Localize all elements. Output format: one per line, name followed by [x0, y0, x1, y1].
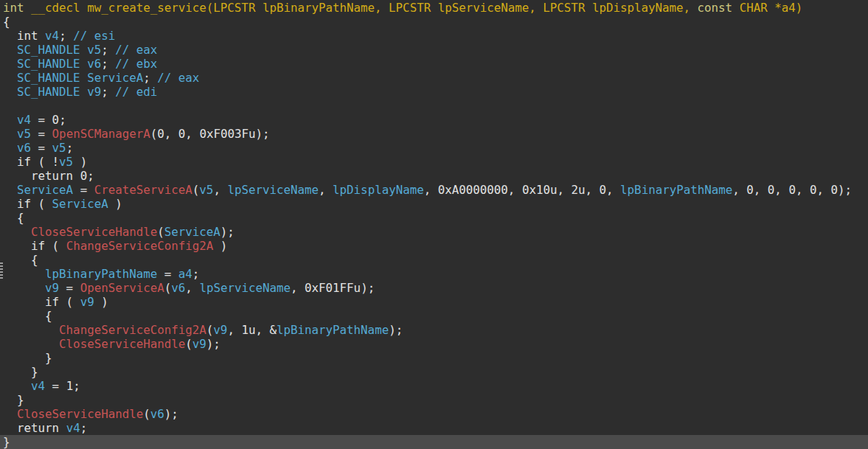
- code-line[interactable]: }: [0, 351, 868, 365]
- code-line[interactable]: }: [0, 393, 868, 407]
- punctuation-token: =: [73, 183, 94, 197]
- code-line[interactable]: ChangeServiceConfig2A(v9, 1u, &lpBinaryP…: [0, 323, 868, 337]
- function-name-token[interactable]: OpenSCManagerA: [52, 127, 150, 141]
- code-line[interactable]: v6 = v5;: [0, 141, 868, 155]
- code-line[interactable]: v4 = 0;: [0, 113, 868, 127]
- code-line[interactable]: CloseServiceHandle(v6);: [0, 407, 868, 421]
- identifier-token[interactable]: ServiceA: [164, 225, 221, 239]
- code-line[interactable]: CloseServiceHandle(v9);: [0, 337, 868, 351]
- code-line[interactable]: SC_HANDLE v5; // eax: [0, 43, 868, 57]
- identifier-token[interactable]: SC_HANDLE v6: [17, 57, 101, 71]
- identifier-token[interactable]: lpBinaryPathName: [620, 183, 732, 197]
- identifier-token[interactable]: lpServiceName: [199, 281, 291, 295]
- pseudocode[interactable]: int __cdecl mw_create_service(LPCSTR lpB…: [0, 1, 868, 449]
- identifier-token[interactable]: ServiceA: [17, 183, 73, 197]
- identifier-token[interactable]: v9: [213, 323, 227, 337]
- identifier-token[interactable]: a4: [178, 267, 192, 281]
- identifier-token[interactable]: lpBinaryPathName: [45, 267, 157, 281]
- punctuation-token: , &: [255, 323, 277, 337]
- function-name-token[interactable]: ChangeServiceConfig2A: [59, 323, 206, 337]
- code-line[interactable]: v9 = OpenServiceA(v6, lpServiceName, 0xF…: [0, 281, 868, 295]
- identifier-token[interactable]: v5: [59, 155, 73, 169]
- identifier-token[interactable]: v5: [199, 183, 213, 197]
- left-edge-dotted-marker-icon: [0, 262, 3, 279]
- identifier-token[interactable]: v4: [17, 113, 31, 127]
- punctuation-token: [3, 113, 17, 127]
- punctuation-token: =: [59, 281, 80, 295]
- punctuation-token: ,: [164, 127, 178, 141]
- keyword-token: return: [31, 169, 73, 183]
- punctuation-token: (: [206, 323, 214, 337]
- punctuation-token: [3, 155, 17, 169]
- identifier-token[interactable]: v9: [45, 281, 59, 295]
- punctuation-token: ): [213, 239, 227, 253]
- identifier-token[interactable]: lpServiceName: [227, 183, 319, 197]
- code-line[interactable]: {: [0, 211, 868, 225]
- code-line[interactable]: {: [0, 309, 868, 323]
- identifier-token[interactable]: v4: [66, 421, 80, 435]
- identifier-token[interactable]: v5: [17, 127, 31, 141]
- punctuation-token: ,: [213, 183, 227, 197]
- function-name-token[interactable]: CloseServiceHandle: [31, 225, 157, 239]
- punctuation-token: {: [3, 309, 52, 323]
- identifier-token[interactable]: SC_HANDLE v5: [17, 43, 101, 57]
- function-name-token[interactable]: CloseServiceHandle: [17, 407, 143, 421]
- punctuation-token: ;: [143, 71, 157, 85]
- code-line[interactable]: }: [0, 365, 868, 379]
- punctuation-token: [3, 197, 17, 211]
- code-line[interactable]: int v4; // esi: [0, 29, 868, 43]
- code-line[interactable]: if ( ServiceA ): [0, 197, 868, 211]
- code-line[interactable]: ServiceA = CreateServiceA(v5, lpServiceN…: [0, 183, 868, 197]
- code-line[interactable]: lpBinaryPathName = a4;: [0, 267, 868, 281]
- code-line[interactable]: [0, 99, 868, 113]
- punctuation-token: (: [45, 239, 66, 253]
- punctuation-token: (: [164, 281, 172, 295]
- punctuation-token: ;: [101, 85, 115, 99]
- identifier-token[interactable]: v9: [192, 337, 206, 351]
- identifier-token[interactable]: v6: [17, 141, 31, 155]
- code-line[interactable]: CloseServiceHandle(ServiceA);: [0, 225, 868, 239]
- code-line[interactable]: v5 = OpenSCManagerA(0, 0, 0xF003Fu);: [0, 127, 868, 141]
- punctuation-token: }: [3, 435, 10, 449]
- code-line[interactable]: return v4;: [0, 421, 868, 435]
- identifier-token[interactable]: ServiceA: [52, 197, 108, 211]
- punctuation-token: }: [3, 393, 24, 407]
- code-line[interactable]: if ( ChangeServiceConfig2A ): [0, 239, 868, 253]
- code-line[interactable]: SC_HANDLE v6; // ebx: [0, 57, 868, 71]
- identifier-token[interactable]: lpBinaryPathName: [277, 323, 389, 337]
- punctuation-token: =: [45, 379, 66, 393]
- identifier-token[interactable]: SC_HANDLE v9: [17, 85, 101, 99]
- number-token: 0x10u: [522, 183, 558, 197]
- identifier-token[interactable]: v4: [31, 379, 45, 393]
- keyword-token: if: [17, 197, 31, 211]
- code-line[interactable]: int __cdecl mw_create_service(LPCSTR lpB…: [0, 1, 868, 15]
- punctuation-token: );: [389, 323, 403, 337]
- code-line[interactable]: {: [0, 253, 868, 267]
- identifier-token[interactable]: v6: [150, 407, 164, 421]
- function-name-token[interactable]: ChangeServiceConfig2A: [66, 239, 214, 253]
- function-name-token[interactable]: OpenServiceA: [80, 281, 164, 295]
- number-token: 0: [746, 183, 754, 197]
- number-token: 2u: [571, 183, 585, 197]
- punctuation-token: =: [157, 267, 178, 281]
- code-line[interactable]: SC_HANDLE v9; // edi: [0, 85, 868, 99]
- identifier-token[interactable]: lpDisplayName: [333, 183, 424, 197]
- punctuation-token: ;: [101, 57, 115, 71]
- function-name-token[interactable]: CloseServiceHandle: [59, 337, 185, 351]
- code-line[interactable]: {: [0, 15, 868, 29]
- keyword-token: int: [17, 29, 38, 43]
- identifier-token[interactable]: v4: [45, 29, 59, 43]
- code-line[interactable]: return 0;: [0, 169, 868, 183]
- code-line[interactable]: if ( v9 ): [0, 295, 868, 309]
- punctuation-token: (: [143, 407, 150, 421]
- code-line[interactable]: if ( !v5 ): [0, 155, 868, 169]
- identifier-token[interactable]: v5: [52, 141, 66, 155]
- code-line[interactable]: v4 = 1;: [0, 379, 868, 393]
- function-name-token[interactable]: CreateServiceA: [94, 183, 192, 197]
- identifier-token[interactable]: v6: [171, 281, 185, 295]
- code-line-current[interactable]: }: [0, 435, 868, 449]
- comment-token: // ebx: [115, 57, 157, 71]
- identifier-token[interactable]: SC_HANDLE ServiceA: [17, 71, 143, 85]
- identifier-token[interactable]: v9: [80, 295, 94, 309]
- code-line[interactable]: SC_HANDLE ServiceA; // eax: [0, 71, 868, 85]
